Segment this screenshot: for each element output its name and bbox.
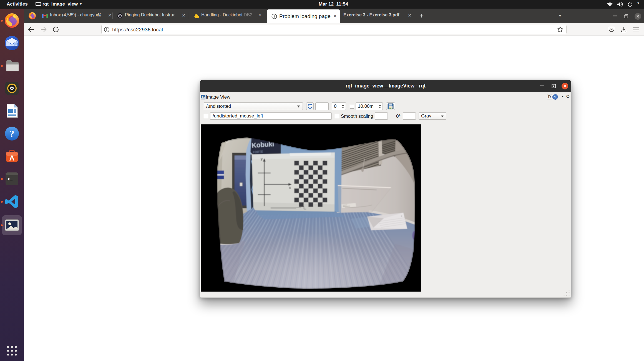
svg-text:A: A: [9, 154, 15, 162]
svg-text:Kobuki: Kobuki: [251, 140, 274, 149]
svg-text:y: y: [261, 157, 263, 161]
svg-text:?: ?: [554, 95, 556, 99]
svg-text:>_: >_: [7, 177, 13, 182]
svg-text:?: ?: [10, 129, 14, 139]
svg-text:x: x: [289, 185, 291, 190]
